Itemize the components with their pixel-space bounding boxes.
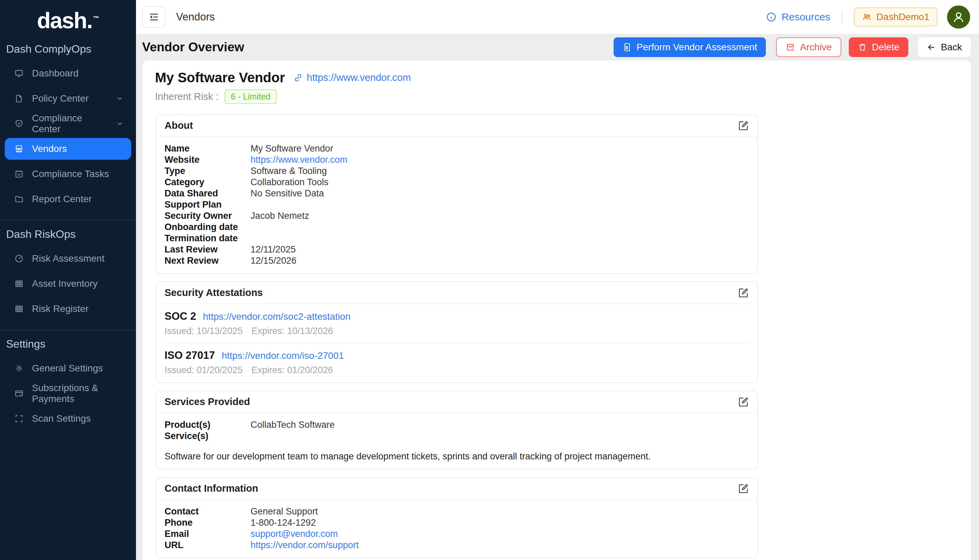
sidebar-item-asset-inventory[interactable]: Asset Inventory <box>5 273 131 295</box>
button-label: Delete <box>872 42 899 53</box>
link-icon <box>293 73 303 83</box>
resources-link[interactable]: Resources <box>766 11 830 23</box>
arrow-left-icon <box>927 42 936 52</box>
edit-icon <box>738 396 749 407</box>
sidebar-item-label: General Settings <box>32 363 103 374</box>
sidebar-item-label: Dashboard <box>32 68 78 79</box>
attestation-name: ISO 27017 <box>165 349 215 362</box>
support-url-link[interactable]: https://vendor.com/support <box>250 540 359 551</box>
sidebar-item-label: Policy Center <box>32 93 89 104</box>
about-row: TypeSoftware & Tooling <box>165 165 749 177</box>
website-link[interactable]: https://www.vendor.com <box>250 154 347 165</box>
button-label: Back <box>941 42 962 53</box>
field-value: 1-800-124-1292 <box>250 517 316 528</box>
field-label: Category <box>165 177 250 188</box>
about-row: Data SharedNo Sensitive Data <box>165 188 749 199</box>
chevron-down-icon <box>115 95 124 103</box>
calendar-check-icon <box>14 169 24 179</box>
vendor-website-link[interactable]: https://www.vendor.com <box>293 72 410 83</box>
edit-icon <box>738 120 749 131</box>
team-icon <box>862 12 872 22</box>
header-divider <box>842 10 842 23</box>
email-link[interactable]: support@vendor.com <box>250 528 338 540</box>
monitor-icon <box>14 68 24 78</box>
sidebar-item-compliance-tasks[interactable]: Compliance Tasks <box>5 163 131 185</box>
sidebar-item-general-settings[interactable]: General Settings <box>5 357 131 379</box>
archive-button[interactable]: Archive <box>776 37 841 57</box>
security-attestations-card: Security Attestations SOC 2 https://vend… <box>156 282 758 383</box>
edit-attestations-button[interactable] <box>738 287 749 298</box>
about-row: Support Plan <box>165 199 749 210</box>
contact-card-title: Contact Information <box>165 483 259 494</box>
sidebar-item-label: Risk Register <box>32 303 88 314</box>
edit-icon <box>738 483 749 494</box>
sidebar-item-vendors[interactable]: Vendors <box>5 138 131 160</box>
delete-button[interactable]: Delete <box>849 37 908 57</box>
resources-label: Resources <box>782 11 830 23</box>
sidebar-item-compliance-center[interactable]: Compliance Center <box>5 113 131 135</box>
sidebar-item-policy-center[interactable]: Policy Center <box>5 88 131 109</box>
info-circle-icon <box>766 12 777 22</box>
gear-icon <box>14 363 24 373</box>
contact-row: Phone1-800-124-1292 <box>165 517 749 528</box>
field-label: Support Plan <box>165 199 250 210</box>
account-badge[interactable]: DashDemo1 <box>854 7 937 27</box>
contact-row: URLhttps://vendor.com/support <box>165 540 749 551</box>
about-row: Last Review12/11/2025 <box>165 244 749 255</box>
back-button[interactable]: Back <box>918 37 971 57</box>
sidebar-section-complyops: Dash ComplyOps <box>0 35 136 61</box>
field-value: Jacob Nemetz <box>250 210 309 222</box>
field-label: Email <box>165 528 250 540</box>
sidebar-collapse-button[interactable] <box>142 6 166 28</box>
sidebar-item-risk-register[interactable]: Risk Register <box>5 298 131 320</box>
contact-row: Emailsupport@vendor.com <box>165 528 749 540</box>
vendor-overview-panel: My Software Vendor https://www.vendor.co… <box>143 60 971 560</box>
attestation-link[interactable]: https://vendor.com/iso-27001 <box>222 350 344 361</box>
sidebar-item-label: Report Center <box>32 194 92 205</box>
menu-fold-icon <box>148 11 160 23</box>
vendor-name: My Software Vendor <box>155 70 285 85</box>
edit-contact-button[interactable] <box>738 483 749 494</box>
table-icon <box>14 279 24 288</box>
attestation-item: SOC 2 https://vendor.com/soc2-attestatio… <box>165 310 749 337</box>
sidebar-item-label: Subscriptions & Payments <box>32 383 124 404</box>
field-value: Collaboration Tools <box>250 177 329 188</box>
storefront-icon <box>14 144 24 153</box>
gauge-icon <box>14 254 24 263</box>
field-label: URL <box>165 540 250 551</box>
inherent-risk-badge: 6 - Limited <box>225 89 277 104</box>
attestation-divider <box>165 343 749 343</box>
page-header: Vendor Overview Perform Vendor Assessmen… <box>136 34 979 60</box>
table-icon <box>14 304 24 313</box>
sidebar-item-dashboard[interactable]: Dashboard <box>5 63 131 84</box>
about-card-title: About <box>165 120 193 131</box>
edit-about-button[interactable] <box>738 120 749 131</box>
perform-vendor-assessment-button[interactable]: Perform Vendor Assessment <box>614 37 766 57</box>
content-area: My Software Vendor https://www.vendor.co… <box>136 60 979 560</box>
field-label: Contact <box>165 506 250 517</box>
avatar[interactable] <box>947 5 970 28</box>
services-provided-card: Services Provided Product(s)CollabTech S… <box>156 390 758 470</box>
field-label: Website <box>165 154 250 165</box>
field-value: CollabTech Software <box>250 419 335 430</box>
sidebar-section-settings: Settings <box>0 330 136 356</box>
field-value: 12/15/2026 <box>250 255 297 267</box>
attestation-link[interactable]: https://vendor.com/soc2-attestation <box>203 311 350 322</box>
document-icon <box>14 94 24 103</box>
button-label: Perform Vendor Assessment <box>637 42 757 53</box>
about-row: CategoryCollaboration Tools <box>165 177 749 188</box>
edit-services-button[interactable] <box>738 396 749 407</box>
sidebar-item-report-center[interactable]: Report Center <box>5 188 131 210</box>
sidebar-item-subscriptions-payments[interactable]: Subscriptions & Payments <box>5 383 131 404</box>
about-row: Termination date <box>165 233 749 244</box>
field-label: Onboarding date <box>165 222 250 233</box>
sidebar-item-label: Compliance Center <box>32 113 107 135</box>
scan-icon <box>14 414 24 423</box>
sidebar-item-risk-assessment[interactable]: Risk Assessment <box>5 248 131 270</box>
field-label: Security Owner <box>165 210 250 222</box>
sidebar-item-scan-settings[interactable]: Scan Settings <box>5 408 131 430</box>
user-icon <box>951 10 966 24</box>
field-label: Service(s) <box>165 430 250 442</box>
field-label: Data Shared <box>165 188 250 199</box>
attestation-item: ISO 27017 https://vendor.com/iso-27001 I… <box>165 349 749 375</box>
